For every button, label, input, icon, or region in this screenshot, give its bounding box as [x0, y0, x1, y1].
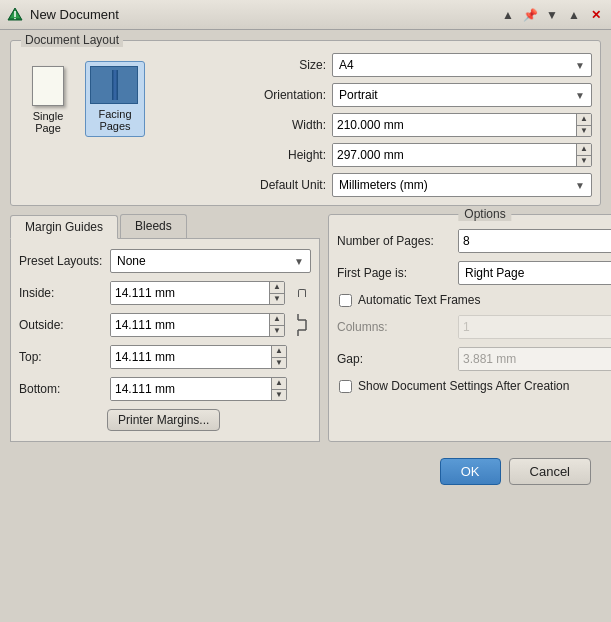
outside-spin-up[interactable]: ▲ — [270, 314, 284, 326]
columns-spin[interactable]: ▲ ▼ — [458, 315, 611, 339]
facing-pages-option[interactable]: FacingPages — [85, 61, 145, 137]
title-pin-icon[interactable]: 📌 — [521, 6, 539, 24]
first-page-value: Right Page — [465, 266, 524, 280]
default-unit-value: Millimeters (mm) — [339, 178, 428, 192]
height-spin-up[interactable]: ▲ — [577, 144, 591, 156]
facing-pages-icon — [90, 66, 140, 104]
bottom-label: Bottom: — [19, 382, 104, 396]
num-pages-spin[interactable]: ▲ ▼ — [458, 229, 611, 253]
gap-spin[interactable]: ▲ ▼ — [458, 347, 611, 371]
document-layout-group: Document Layout SinglePage FacingPages — [10, 40, 601, 206]
inside-spin-down[interactable]: ▼ — [270, 294, 284, 305]
height-row: Height: ▲ ▼ — [231, 143, 592, 167]
default-unit-label: Default Unit: — [231, 178, 326, 192]
options-inner: Number of Pages: ▲ ▼ First Page is: Righ… — [337, 229, 611, 393]
num-pages-input[interactable] — [459, 230, 611, 252]
width-spin-down[interactable]: ▼ — [577, 126, 591, 137]
orientation-dropdown-arrow: ▼ — [575, 90, 585, 101]
document-properties-panel: Size: A4 ▼ Orientation: Portrait ▼ — [231, 53, 592, 197]
columns-label: Columns: — [337, 320, 452, 334]
width-spin-up[interactable]: ▲ — [577, 114, 591, 126]
top-spin[interactable]: ▲ ▼ — [110, 345, 287, 369]
width-input[interactable] — [333, 114, 576, 136]
auto-text-frames-checkbox[interactable] — [339, 294, 352, 307]
footer: OK Cancel — [10, 450, 601, 493]
inside-label: Inside: — [19, 286, 104, 300]
show-doc-settings-label: Show Document Settings After Creation — [358, 379, 569, 393]
tabs-section: Margin Guides Bleeds Preset Layouts: Non… — [10, 214, 320, 442]
outside-spin-down[interactable]: ▼ — [270, 326, 284, 337]
title-bar-controls: ▲ 📌 ▼ ▲ ✕ — [499, 6, 605, 24]
printer-margins-button[interactable]: Printer Margins... — [107, 409, 220, 431]
size-dropdown[interactable]: A4 ▼ — [332, 53, 592, 77]
columns-row: Columns: ▲ ▼ — [337, 315, 611, 339]
single-page-icon — [32, 66, 64, 106]
bottom-spin-down[interactable]: ▼ — [272, 390, 286, 401]
outside-spin-buttons: ▲ ▼ — [269, 314, 284, 336]
options-section: Options Number of Pages: ▲ ▼ First Page — [328, 214, 611, 442]
ok-button[interactable]: OK — [440, 458, 501, 485]
printer-margins-container: Printer Margins... — [19, 409, 311, 431]
orientation-dropdown[interactable]: Portrait ▼ — [332, 83, 592, 107]
outside-link-icon — [293, 314, 311, 336]
single-page-option[interactable]: SinglePage — [27, 61, 69, 139]
preset-layouts-label: Preset Layouts: — [19, 254, 104, 268]
top-spin-down[interactable]: ▼ — [272, 358, 286, 369]
options-title: Options — [458, 207, 511, 221]
top-spin-up[interactable]: ▲ — [272, 346, 286, 358]
svg-point-3 — [14, 17, 16, 19]
inside-input[interactable] — [111, 282, 269, 304]
bottom-input[interactable] — [111, 378, 271, 400]
tab-bar: Margin Guides Bleeds — [10, 214, 320, 239]
app-icon — [6, 6, 24, 24]
default-unit-dropdown[interactable]: Millimeters (mm) ▼ — [332, 173, 592, 197]
first-page-row: First Page is: Right Page ▼ — [337, 261, 611, 285]
facing-pages-label: FacingPages — [98, 108, 131, 132]
preset-layouts-arrow: ▼ — [294, 256, 304, 267]
first-page-dropdown[interactable]: Right Page ▼ — [458, 261, 611, 285]
facing-left-page — [90, 66, 114, 104]
title-minimize-btn[interactable]: ▲ — [565, 6, 583, 24]
preset-layouts-value: None — [117, 254, 146, 268]
bottom-spin[interactable]: ▲ ▼ — [110, 377, 287, 401]
orientation-value: Portrait — [339, 88, 378, 102]
top-input[interactable] — [111, 346, 271, 368]
document-layout-inner: SinglePage FacingPages Size: A4 — [19, 53, 592, 197]
show-doc-settings-row: Show Document Settings After Creation — [337, 379, 611, 393]
bottom-area: Margin Guides Bleeds Preset Layouts: Non… — [10, 214, 601, 442]
height-input[interactable] — [333, 144, 576, 166]
preset-layouts-dropdown[interactable]: None ▼ — [110, 249, 311, 273]
inside-spin-up[interactable]: ▲ — [270, 282, 284, 294]
gap-input[interactable] — [459, 348, 611, 370]
width-row: Width: ▲ ▼ — [231, 113, 592, 137]
width-spin[interactable]: ▲ ▼ — [332, 113, 592, 137]
columns-input[interactable] — [459, 316, 611, 338]
title-bar: New Document ▲ 📌 ▼ ▲ ✕ — [0, 0, 611, 30]
title-down-arrow[interactable]: ▼ — [543, 6, 561, 24]
bottom-spin-buttons: ▲ ▼ — [271, 378, 286, 400]
tab-bleeds[interactable]: Bleeds — [120, 214, 187, 238]
cancel-button[interactable]: Cancel — [509, 458, 591, 485]
tab-margin-guides[interactable]: Margin Guides — [10, 215, 118, 239]
inside-spin[interactable]: ▲ ▼ — [110, 281, 285, 305]
inside-row: Inside: ▲ ▼ — [19, 281, 311, 305]
bottom-spin-up[interactable]: ▲ — [272, 378, 286, 390]
size-dropdown-arrow: ▼ — [575, 60, 585, 71]
preset-layouts-row: Preset Layouts: None ▼ — [19, 249, 311, 273]
first-page-label: First Page is: — [337, 266, 452, 280]
height-spin-down[interactable]: ▼ — [577, 156, 591, 167]
top-spin-buttons: ▲ ▼ — [271, 346, 286, 368]
outside-spin[interactable]: ▲ ▼ — [110, 313, 285, 337]
title-close-btn[interactable]: ✕ — [587, 6, 605, 24]
margin-link-icon — [293, 289, 311, 297]
width-label: Width: — [231, 118, 326, 132]
show-doc-settings-checkbox[interactable] — [339, 380, 352, 393]
outside-input[interactable] — [111, 314, 269, 336]
default-unit-dropdown-arrow: ▼ — [575, 180, 585, 191]
title-up-arrow[interactable]: ▲ — [499, 6, 517, 24]
bottom-row: Bottom: ▲ ▼ — [19, 377, 311, 401]
num-pages-row: Number of Pages: ▲ ▼ — [337, 229, 611, 253]
gap-label: Gap: — [337, 352, 452, 366]
height-spin[interactable]: ▲ ▼ — [332, 143, 592, 167]
height-spin-buttons: ▲ ▼ — [576, 144, 591, 166]
